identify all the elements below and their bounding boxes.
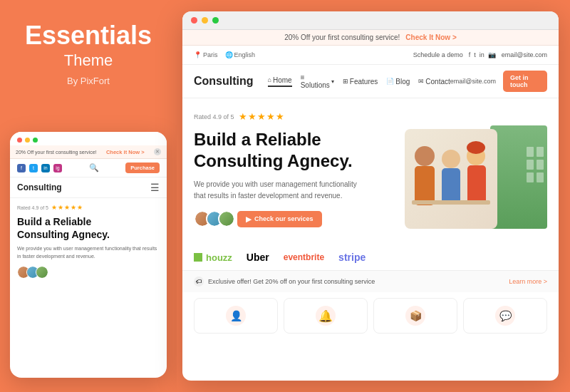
twitter-icon[interactable]: t bbox=[474, 51, 476, 58]
nav-location: 📍 Paris 🌐 English bbox=[194, 51, 409, 58]
mobile-rating-text: Rated 4.9 of 5 bbox=[17, 205, 48, 210]
solutions-label: ≡ Solutions bbox=[301, 73, 330, 89]
nav-link-features[interactable]: ⊞ Features bbox=[343, 78, 378, 86]
building-window bbox=[527, 172, 534, 182]
hero-right bbox=[405, 111, 547, 237]
hero-stars: ★★★★★ bbox=[239, 111, 285, 122]
stripe-text: stripe bbox=[338, 252, 366, 263]
mobile-content: Rated 4.9 of 5 ★★★★★ Build a Reliable Co… bbox=[10, 198, 167, 284]
hero-headline: Build a Reliable Consulting Agnecy. bbox=[194, 129, 393, 172]
announcement-bar: 20% Off your first consulting service! C… bbox=[182, 30, 559, 46]
announcement-text: 20% Off your first consulting service! bbox=[284, 33, 400, 41]
uber-text: Uber bbox=[247, 252, 269, 263]
check-services-icon: ▶ bbox=[246, 215, 252, 223]
browser-dot-green bbox=[212, 17, 219, 24]
browser-content: 20% Off your first consulting service! C… bbox=[182, 30, 559, 381]
people-illustration bbox=[405, 129, 497, 229]
mobile-avatar-3 bbox=[36, 266, 48, 279]
hero-headline-line2: Consulting Agnecy. bbox=[194, 151, 353, 170]
svg-rect-3 bbox=[442, 168, 460, 204]
instagram-icon[interactable]: 📷 bbox=[488, 51, 496, 58]
mobile-facebook-icon[interactable]: f bbox=[17, 164, 26, 172]
building-window bbox=[527, 147, 534, 157]
people-svg bbox=[405, 129, 497, 229]
hero-rating: Rated 4.9 of 5 ★★★★★ bbox=[194, 111, 393, 122]
facebook-icon[interactable]: f bbox=[469, 51, 471, 58]
mobile-instagram-icon[interactable]: ig bbox=[53, 164, 62, 172]
features-icon: ⊞ bbox=[343, 78, 348, 85]
hero-avatars bbox=[194, 210, 230, 227]
browser-dot-yellow bbox=[202, 17, 208, 24]
mobile-nav: Consulting ☰ bbox=[10, 177, 167, 198]
hero-headline-line1: Build a Reliable bbox=[194, 130, 321, 149]
mobile-linkedin-icon[interactable]: in bbox=[41, 164, 50, 172]
logos-section: houzz Uber eventbrite stripe bbox=[182, 244, 559, 270]
mobile-dot-green bbox=[33, 138, 38, 143]
browser-dot-red bbox=[191, 17, 197, 24]
mobile-banner-close[interactable]: ✕ bbox=[154, 148, 161, 155]
email-text: email@site.com bbox=[502, 51, 547, 58]
houzz-text: houzz bbox=[206, 252, 232, 263]
mobile-banner-cta[interactable]: Check it Now > bbox=[106, 149, 145, 155]
feature-card-icon-1: 👤 bbox=[226, 306, 246, 326]
svg-rect-7 bbox=[412, 200, 490, 205]
feature-card-2: 🔔 bbox=[284, 298, 368, 334]
left-panel: Essentials Theme By PixFort 20% Off your… bbox=[0, 0, 177, 392]
nav-link-home[interactable]: ⌂ Home bbox=[268, 76, 292, 87]
mobile-social-bar: f t in ig 🔍 Purchase bbox=[10, 159, 167, 177]
mobile-headline-line2: Consulting Agnecy. bbox=[17, 229, 110, 240]
building-window bbox=[537, 172, 544, 182]
hero-rating-text: Rated 4.9 of 5 bbox=[194, 113, 234, 120]
nav-email: email@site.com bbox=[450, 78, 496, 85]
building-illustration bbox=[490, 125, 547, 229]
announcement-cta[interactable]: Check It Now > bbox=[405, 33, 456, 41]
solutions-chevron-icon: ▾ bbox=[331, 78, 334, 85]
linkedin-icon[interactable]: in bbox=[480, 51, 484, 58]
hero-cta-row: ▶ Check our services bbox=[194, 210, 393, 227]
svg-rect-1 bbox=[415, 166, 435, 205]
mobile-search-icon[interactable]: 🔍 bbox=[89, 163, 99, 172]
nav-location-language: 🌐 English bbox=[225, 51, 256, 58]
schedule-demo-link[interactable]: Schedule a demo bbox=[413, 51, 463, 58]
nav-link-solutions[interactable]: ≡ Solutions ▾ bbox=[301, 73, 334, 89]
contact-icon: ✉ bbox=[418, 78, 424, 85]
mobile-dot-yellow bbox=[25, 138, 30, 143]
brand-by: By PixFort bbox=[67, 76, 110, 86]
logo-uber: Uber bbox=[247, 252, 269, 263]
nav-actions: email@site.com Get in touch bbox=[450, 71, 547, 92]
bottom-offer-bar: 🏷 Exclusive offer! Get 20% off on your f… bbox=[182, 270, 559, 292]
main-nav: Consulting ⌂ Home ≡ Solutions ▾ ⊞ Featur… bbox=[182, 65, 559, 98]
mobile-banner: 20% Off your first consulting service! C… bbox=[10, 145, 167, 159]
brand-title: Essentials bbox=[25, 21, 152, 50]
mobile-hamburger-icon[interactable]: ☰ bbox=[150, 182, 160, 193]
hero-section: Rated 4.9 of 5 ★★★★★ Build a Reliable Co… bbox=[182, 98, 559, 244]
right-panel: 20% Off your first consulting service! C… bbox=[177, 0, 570, 392]
feature-card-3: 📦 bbox=[373, 298, 457, 334]
nav-link-blog[interactable]: 📄 Blog bbox=[386, 78, 410, 86]
mobile-purchase-button[interactable]: Purchase bbox=[125, 163, 160, 173]
learn-more-link[interactable]: Learn more > bbox=[509, 278, 547, 285]
svg-rect-6 bbox=[467, 165, 486, 205]
mobile-twitter-icon[interactable]: t bbox=[29, 164, 38, 172]
building-window bbox=[537, 147, 544, 157]
feature-card-4: 💬 bbox=[463, 298, 547, 334]
brand-subtitle: Theme bbox=[64, 51, 113, 70]
mobile-rating: Rated 4.9 of 5 ★★★★★ bbox=[17, 204, 160, 211]
svg-point-2 bbox=[442, 150, 460, 168]
svg-point-5 bbox=[467, 141, 485, 154]
top-nav-bar: 📍 Paris 🌐 English Schedule a demo f t in… bbox=[182, 46, 559, 65]
mobile-headline-line1: Build a Reliable bbox=[17, 216, 91, 227]
check-services-button[interactable]: ▶ Check our services bbox=[237, 211, 322, 227]
hero-left: Rated 4.9 of 5 ★★★★★ Build a Reliable Co… bbox=[194, 111, 393, 237]
browser-titlebar bbox=[182, 11, 559, 30]
eventbrite-text: eventbrite bbox=[284, 252, 324, 262]
feature-card-1: 👤 bbox=[194, 298, 278, 334]
hero-scene bbox=[405, 111, 547, 229]
feature-card-icon-2: 🔔 bbox=[316, 306, 336, 326]
mobile-window-controls bbox=[10, 132, 167, 145]
get-in-touch-button[interactable]: Get in touch bbox=[503, 71, 547, 92]
nav-link-contact[interactable]: ✉ Contact bbox=[418, 78, 450, 86]
feature-card-icon-4: 💬 bbox=[495, 306, 515, 326]
mobile-banner-text: 20% Off your first consulting service! bbox=[16, 150, 96, 155]
blog-icon: 📄 bbox=[386, 78, 394, 85]
